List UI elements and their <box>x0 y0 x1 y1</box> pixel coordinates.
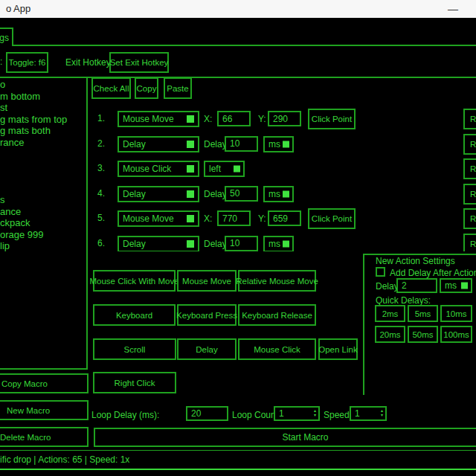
delay-input[interactable]: 2 <box>396 278 437 293</box>
action-type-value: Mouse Move <box>123 213 174 224</box>
new-action-settings-title: New Action Settings <box>376 256 455 266</box>
unit-dropdown[interactable]: ms <box>440 278 472 293</box>
macro-list-item[interactable]: ckpack <box>0 217 86 229</box>
minimize-icon[interactable]: — <box>442 0 464 18</box>
unit-value: ms <box>268 239 280 249</box>
delay-input[interactable]: 50 <box>225 186 258 202</box>
action-row: 1. Mouse Move X: 66 Y: 290 Click Point R <box>91 111 476 136</box>
copy-macro-button[interactable]: Copy Macro <box>0 373 89 393</box>
copy-button[interactable]: Copy <box>135 77 158 99</box>
add-relative-mouse-move-button[interactable]: Relative Mouse Move <box>238 270 316 292</box>
y-input[interactable]: 659 <box>268 210 301 226</box>
loop-count-stepper[interactable]: 1 ▴▾ <box>274 406 320 421</box>
add-delay-checkbox[interactable] <box>376 267 385 277</box>
unit-dropdown[interactable]: ms <box>263 186 294 202</box>
start-macro-button[interactable]: Start Macro <box>94 428 476 447</box>
remove-button[interactable]: R <box>463 158 476 179</box>
add-delay-button[interactable]: Delay <box>177 338 237 360</box>
action-type-dropdown[interactable]: Delay <box>118 236 199 252</box>
unit-value: ms <box>268 139 280 149</box>
quick-delay-10ms-button[interactable]: 10ms <box>440 305 472 322</box>
quick-delay-20ms-button[interactable]: 20ms <box>375 326 405 343</box>
add-mouse-move-button[interactable]: Mouse Move <box>177 270 237 292</box>
action-row: 5. Mouse Move X: 770 Y: 659 Click Point … <box>91 210 476 236</box>
macro-list-item[interactable]: s <box>0 194 86 206</box>
quick-delay-2ms-button[interactable]: 2ms <box>375 305 405 322</box>
add-scroll-button[interactable]: Scroll <box>93 338 176 360</box>
macro-list-item[interactable]: ance <box>0 206 86 218</box>
remove-button[interactable]: R <box>463 134 476 155</box>
set-exit-hotkey-button[interactable]: Set Exit Hotkey <box>109 52 169 73</box>
x-input[interactable]: 66 <box>217 111 251 126</box>
action-type-dropdown[interactable]: Mouse Move <box>118 111 199 127</box>
macro-list-item[interactable] <box>0 148 86 160</box>
toggle-hotkey-label-fragment: : <box>0 57 2 67</box>
click-point-button[interactable]: Click Point <box>308 208 356 229</box>
action-type-dropdown[interactable]: Delay <box>118 186 199 202</box>
loop-delay-input[interactable]: 20 <box>186 406 228 421</box>
tab-settings[interactable]: gs <box>0 28 13 46</box>
spinner-down-icon[interactable]: ▾ <box>381 413 383 417</box>
action-type-value: Delay <box>123 139 146 149</box>
macro-list-item[interactable]: g mats from top <box>0 114 86 126</box>
new-macro-button[interactable]: New Macro <box>0 400 89 420</box>
delay-input[interactable]: 10 <box>225 236 258 251</box>
remove-button[interactable]: R <box>463 234 476 252</box>
delay-input[interactable]: 10 <box>225 136 258 152</box>
paste-button[interactable]: Paste <box>164 77 192 99</box>
dropdown-square-icon <box>187 240 194 248</box>
macro-list-item[interactable]: st <box>0 102 86 114</box>
speed-stepper[interactable]: 1 ▴▾ <box>350 406 387 421</box>
dropdown-square-icon <box>187 165 194 173</box>
macro-list-item[interactable] <box>0 183 86 195</box>
loop-count-value: 1 <box>279 408 284 419</box>
add-keyboard-press-button[interactable]: Keyboard Press <box>177 304 237 326</box>
click-point-button[interactable]: Click Point <box>308 109 356 129</box>
quick-delay-100ms-button[interactable]: 100ms <box>440 326 472 343</box>
action-row: 6. Delay Delay: 10 ms R <box>91 236 476 252</box>
macro-list-item[interactable]: o <box>0 79 86 91</box>
macro-list-item[interactable]: g mats both <box>0 125 86 137</box>
add-open-link-button[interactable]: Open Link <box>318 338 358 360</box>
panel-top-divider <box>0 77 476 78</box>
add-keyboard-release-button[interactable]: Keyboard Release <box>238 304 316 326</box>
macro-list-item[interactable] <box>0 160 86 172</box>
add-mouse-click-with-move-button[interactable]: Mouse Click With Move <box>93 270 176 292</box>
macro-list-item[interactable]: m bottom <box>0 91 86 103</box>
x-label: X: <box>204 114 212 124</box>
status-bar-bottom-divider <box>0 469 476 470</box>
status-bar-divider <box>0 450 476 451</box>
action-type-dropdown[interactable]: Mouse Click <box>118 161 199 177</box>
macro-list-item[interactable]: rance <box>0 137 86 149</box>
macro-list-item[interactable]: lip <box>0 240 86 252</box>
quick-delay-5ms-button[interactable]: 5ms <box>408 305 438 322</box>
check-all-button[interactable]: Check All <box>91 77 131 99</box>
remove-button[interactable]: R <box>463 208 476 229</box>
y-input[interactable]: 290 <box>268 111 301 126</box>
action-row: 3. Mouse Click left R <box>91 161 476 186</box>
spinner-down-icon[interactable]: ▾ <box>314 413 316 417</box>
macro-list-item[interactable]: orage 999 <box>0 229 86 241</box>
unit-dropdown[interactable]: ms <box>263 236 294 252</box>
remove-button[interactable]: R <box>463 109 476 129</box>
mouse-button-dropdown[interactable]: left <box>204 161 245 177</box>
action-number: 1. <box>97 113 105 123</box>
add-right-click-button[interactable]: Right Click <box>93 372 176 393</box>
dropdown-square-icon <box>187 141 194 148</box>
add-keyboard-button[interactable]: Keyboard <box>93 304 176 326</box>
y-label: Y: <box>258 114 266 124</box>
x-input[interactable]: 770 <box>217 210 251 226</box>
macro-list-item[interactable] <box>0 171 86 183</box>
delete-macro-button[interactable]: Delete Macro <box>0 427 89 447</box>
remove-button[interactable]: R <box>463 184 476 205</box>
action-type-dropdown[interactable]: Mouse Move <box>118 210 199 227</box>
settings-panel-border <box>363 254 364 395</box>
unit-dropdown[interactable]: ms <box>263 136 294 152</box>
stepper-arrows[interactable]: ▴▾ <box>381 408 383 417</box>
action-type-dropdown[interactable]: Delay <box>118 136 199 152</box>
toggle-hotkey-button[interactable]: Toggle: f6 <box>6 52 48 73</box>
add-mouse-click-button[interactable]: Mouse Click <box>238 338 316 360</box>
action-list: 1. Mouse Move X: 66 Y: 290 Click Point R… <box>91 104 476 251</box>
quick-delay-50ms-button[interactable]: 50ms <box>408 326 438 343</box>
stepper-arrows[interactable]: ▴▾ <box>314 408 316 417</box>
